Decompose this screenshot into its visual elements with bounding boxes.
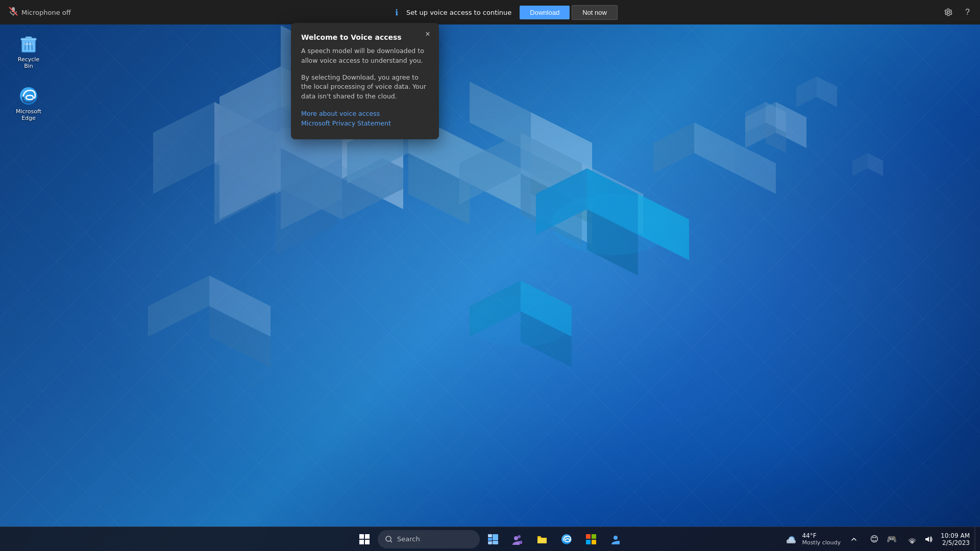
- svg-rect-84: [493, 534, 498, 540]
- mic-status-wrap: Microphone off: [8, 6, 71, 18]
- desktop-background: [0, 0, 980, 551]
- setup-text: Set up voice access to continue: [406, 9, 511, 16]
- cube-field-svg: [0, 0, 980, 551]
- svg-rect-65: [0, 0, 980, 551]
- taskbar-right-area: 44°F Mostly cloudy 😊 🎮: [779, 527, 980, 551]
- volume-icon-button[interactable]: [920, 531, 937, 547]
- tray-icon-2[interactable]: 🎮: [884, 531, 900, 547]
- settings-icon-button[interactable]: [942, 6, 955, 19]
- teams-icon: [512, 534, 523, 545]
- weather-temperature: 44°F: [802, 532, 841, 539]
- taskbar-center-items: Search: [353, 528, 627, 550]
- microsoft-edge-icon[interactable]: Microsoft Edge: [10, 83, 47, 124]
- widgets-button[interactable]: [482, 528, 504, 550]
- voice-bar-right-icons: ?: [934, 6, 980, 19]
- clock-display[interactable]: 10:09 AM 2/5/2023: [937, 530, 974, 548]
- dialog-title: Welcome to Voice access: [301, 33, 429, 41]
- recycle-bin-icon[interactable]: Recycle Bin: [10, 31, 47, 72]
- edge-taskbar-button[interactable]: [555, 528, 578, 550]
- desktop-icons-container: Recycle Bin Microso: [10, 31, 47, 124]
- edge-label: Microsoft Edge: [13, 108, 44, 121]
- voice-access-bar: Microphone off ℹ Set up voice access to …: [0, 0, 980, 24]
- taskbar: Search: [0, 527, 980, 551]
- show-hidden-icons-button[interactable]: [846, 531, 862, 547]
- voice-bar-actions: Download Not now: [520, 5, 618, 20]
- voice-access-dialog: × Welcome to Voice access A speech model…: [291, 23, 439, 139]
- svg-rect-71: [26, 37, 32, 39]
- weather-description: Mostly cloudy: [802, 539, 841, 546]
- download-button[interactable]: Download: [520, 6, 570, 19]
- svg-rect-82: [488, 538, 492, 541]
- svg-point-80: [386, 536, 391, 541]
- clock-time: 10:09 AM: [941, 532, 970, 539]
- recycle-bin-image: [18, 34, 39, 54]
- svg-rect-91: [592, 534, 596, 539]
- svg-rect-92: [586, 540, 591, 544]
- weather-info: 44°F Mostly cloudy: [802, 532, 841, 546]
- people-icon: [610, 534, 621, 545]
- voice-bar-center: ℹ Set up voice access to continue Downlo…: [79, 5, 934, 20]
- svg-point-88: [514, 536, 518, 540]
- svg-rect-79: [365, 540, 370, 544]
- svg-point-87: [518, 535, 521, 538]
- show-desktop-button[interactable]: [974, 527, 976, 551]
- network-icon-button[interactable]: [904, 531, 920, 547]
- svg-line-81: [390, 541, 392, 542]
- volume-icon: [924, 535, 933, 544]
- svg-point-96: [912, 542, 913, 543]
- start-button[interactable]: [353, 528, 376, 550]
- more-about-voice-access-link[interactable]: More about voice access: [301, 110, 429, 117]
- svg-rect-78: [359, 540, 364, 544]
- edge-image: [18, 86, 39, 106]
- file-explorer-button[interactable]: [531, 528, 553, 550]
- widgets-icon: [487, 534, 499, 545]
- not-now-button[interactable]: Not now: [572, 5, 618, 20]
- mic-status-text: Microphone off: [21, 9, 71, 16]
- svg-rect-90: [586, 534, 591, 539]
- store-button[interactable]: [580, 528, 602, 550]
- settings-icon: [944, 8, 953, 17]
- svg-rect-76: [359, 534, 364, 539]
- svg-rect-85: [493, 541, 498, 544]
- taskbar-search-bar[interactable]: Search: [378, 530, 480, 548]
- help-icon: ?: [965, 8, 970, 17]
- help-icon-button[interactable]: ?: [963, 6, 972, 19]
- privacy-statement-link[interactable]: Microsoft Privacy Statement: [301, 119, 429, 127]
- svg-rect-83: [488, 541, 492, 544]
- svg-rect-93: [592, 540, 596, 544]
- search-label: Search: [397, 535, 420, 543]
- teams-button[interactable]: [506, 528, 529, 550]
- network-icon: [908, 535, 917, 544]
- recycle-bin-label: Recycle Bin: [13, 56, 44, 69]
- chevron-up-icon: [851, 536, 857, 542]
- tray-icon-1[interactable]: 😊: [866, 531, 883, 547]
- voice-bar-left: Microphone off: [0, 6, 79, 18]
- file-explorer-icon: [536, 534, 548, 545]
- dialog-text-2: By selecting Download, you agree to the …: [301, 73, 429, 102]
- svg-rect-77: [365, 534, 370, 539]
- dialog-text-1: A speech model will be downloaded to all…: [301, 46, 429, 66]
- store-icon: [585, 534, 597, 545]
- svg-point-94: [614, 536, 618, 540]
- search-icon: [385, 535, 393, 543]
- edge-taskbar-icon: [561, 534, 572, 545]
- clock-date: 2/5/2023: [942, 539, 970, 546]
- svg-rect-86: [488, 534, 492, 537]
- microphone-icon: [8, 6, 18, 18]
- system-tray-icons: 😊 🎮: [862, 531, 904, 547]
- dialog-close-button[interactable]: ×: [422, 28, 434, 40]
- weather-icon: [785, 532, 799, 546]
- windows-logo-icon: [359, 534, 370, 545]
- info-icon: ℹ: [395, 8, 398, 17]
- people-button[interactable]: [604, 528, 627, 550]
- weather-widget[interactable]: 44°F Mostly cloudy: [779, 530, 846, 548]
